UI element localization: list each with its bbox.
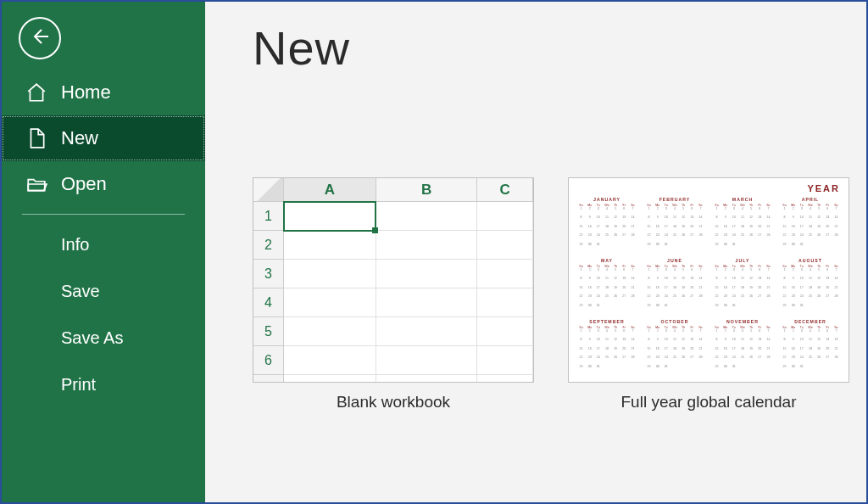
day-cell: 10 bbox=[798, 339, 805, 346]
day-cell: 24 bbox=[662, 295, 670, 303]
day-cell: 25 bbox=[738, 356, 746, 364]
month-name: SEPTEMBER bbox=[577, 319, 637, 324]
day-cell: 14 bbox=[629, 339, 637, 346]
day-cell: 12 bbox=[680, 277, 687, 285]
day-cell: 26 bbox=[612, 295, 620, 303]
day-cell: 15 bbox=[577, 226, 585, 233]
day-cell: 3 bbox=[594, 330, 602, 338]
day-cell: 3 bbox=[594, 208, 602, 216]
main-content: New A B C 1 bbox=[205, 2, 866, 502]
sidebar-item-open[interactable]: Open bbox=[2, 161, 205, 207]
calendar-month: FEBRUARYSuMoTuWeThFrSa123456789101112131… bbox=[645, 197, 704, 251]
day-cell: 21 bbox=[765, 348, 772, 356]
day-cell: 29 bbox=[781, 244, 788, 251]
month-name: OCTOBER bbox=[645, 319, 704, 324]
day-cell: 11 bbox=[806, 339, 814, 346]
day-cell: 25 bbox=[738, 234, 746, 242]
sidebar-item-label: Print bbox=[61, 375, 96, 394]
sidebar-item-print[interactable]: Print bbox=[2, 361, 205, 408]
day-cell: 9 bbox=[789, 216, 797, 224]
day-cell: 18 bbox=[603, 287, 610, 294]
day-cell: 16 bbox=[586, 226, 593, 233]
day-cell: 26 bbox=[815, 295, 823, 303]
day-cell: 4 bbox=[738, 208, 746, 216]
day-cell: 13 bbox=[824, 216, 832, 224]
template-blank-workbook[interactable]: A B C 1 2 3 bbox=[253, 177, 534, 412]
cell bbox=[477, 231, 533, 260]
day-cell: 13 bbox=[756, 339, 764, 346]
day-cell: 15 bbox=[713, 226, 721, 233]
day-cell: 30 bbox=[789, 366, 797, 373]
day-cell: 23 bbox=[654, 234, 661, 242]
day-cell: 23 bbox=[586, 234, 593, 242]
cell bbox=[376, 202, 477, 231]
back-button[interactable] bbox=[19, 17, 61, 59]
column-header: B bbox=[376, 178, 477, 202]
day-cell: 12 bbox=[612, 216, 620, 224]
day-cell: 28 bbox=[697, 295, 704, 303]
day-cell: 13 bbox=[688, 216, 696, 224]
day-cell: 2 bbox=[586, 330, 593, 338]
day-cell: 11 bbox=[670, 216, 678, 224]
day-cell: 5 bbox=[748, 330, 755, 338]
sidebar-item-save-as[interactable]: Save As bbox=[2, 315, 205, 361]
day-cell: 23 bbox=[721, 295, 729, 303]
day-cell: 8 bbox=[713, 277, 721, 285]
day-cell: 22 bbox=[645, 234, 653, 242]
day-cell: 18 bbox=[670, 287, 678, 294]
day-cell: 31 bbox=[594, 366, 602, 373]
sidebar-item-home[interactable]: Home bbox=[2, 70, 205, 115]
day-cell: 20 bbox=[756, 348, 764, 356]
day-cell: 9 bbox=[721, 277, 729, 285]
day-cell: 17 bbox=[594, 287, 602, 294]
day-cell: 7 bbox=[697, 208, 704, 216]
month-name: AUGUST bbox=[781, 258, 840, 263]
sidebar-item-new[interactable]: New bbox=[2, 115, 205, 161]
day-cell: 19 bbox=[815, 348, 823, 356]
templates-row: A B C 1 2 3 bbox=[253, 177, 866, 412]
day-cell: 1 bbox=[781, 330, 788, 338]
day-cell: 6 bbox=[756, 330, 764, 338]
template-full-year-global-calendar[interactable]: YEAR JANUARYSuMoTuWeThFrSa12345678910111… bbox=[568, 177, 849, 412]
day-cell: 23 bbox=[654, 295, 661, 303]
day-cell: 13 bbox=[620, 216, 628, 224]
sidebar-item-info[interactable]: Info bbox=[2, 221, 205, 268]
day-cell: 27 bbox=[688, 234, 696, 242]
month-name: MAY bbox=[577, 258, 637, 263]
day-cell: 14 bbox=[697, 339, 704, 346]
month-name: APRIL bbox=[781, 197, 840, 202]
day-cell: 12 bbox=[748, 339, 755, 346]
month-name: JUNE bbox=[645, 258, 704, 263]
day-cell: 15 bbox=[577, 287, 585, 294]
cell bbox=[284, 317, 376, 346]
cell bbox=[376, 346, 477, 375]
day-cell: 5 bbox=[815, 330, 823, 338]
day-cell: 26 bbox=[748, 234, 755, 242]
day-cell: 6 bbox=[620, 330, 628, 338]
day-cell: 29 bbox=[645, 244, 653, 251]
day-cell: 19 bbox=[748, 348, 755, 356]
day-cell: 7 bbox=[629, 269, 637, 277]
day-cell: 12 bbox=[612, 277, 620, 285]
day-cell: 27 bbox=[756, 356, 764, 364]
day-cell: 15 bbox=[645, 287, 653, 294]
day-cell: 21 bbox=[832, 226, 840, 233]
row-header: 2 bbox=[253, 231, 284, 260]
day-cell: 1 bbox=[645, 269, 653, 277]
day-cell: 23 bbox=[789, 234, 797, 242]
day-cell: 7 bbox=[629, 208, 637, 216]
day-cell: 15 bbox=[713, 348, 721, 356]
day-cell: 2 bbox=[721, 208, 729, 216]
sidebar-item-save[interactable]: Save bbox=[2, 268, 205, 315]
day-cell: 6 bbox=[688, 208, 696, 216]
day-cell: 3 bbox=[730, 208, 737, 216]
day-cell: 11 bbox=[738, 277, 746, 285]
day-cell: 16 bbox=[721, 348, 729, 356]
day-cell: 11 bbox=[806, 216, 814, 224]
day-cell: 17 bbox=[594, 348, 602, 356]
day-cell: 10 bbox=[798, 216, 805, 224]
calendar-month: SEPTEMBERSuMoTuWeThFrSa12345678910111213… bbox=[577, 319, 637, 373]
day-cell: 14 bbox=[629, 216, 637, 224]
day-cell: 17 bbox=[730, 287, 737, 294]
calendar-month: DECEMBERSuMoTuWeThFrSa123456789101112131… bbox=[781, 319, 840, 373]
